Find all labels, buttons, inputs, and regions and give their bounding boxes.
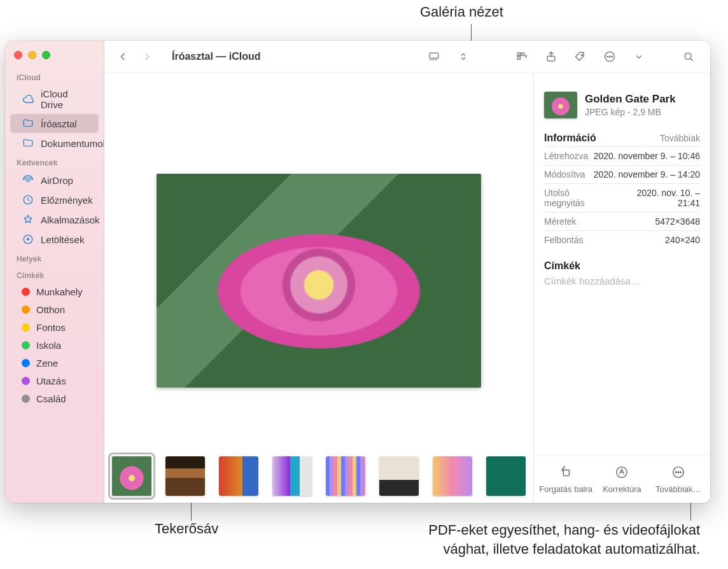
cloud-icon (22, 93, 34, 106)
info-row-value: 2020. november 9. – 14:20 (594, 169, 700, 179)
sidebar-item-label: Dokumentumok (41, 138, 104, 149)
quick-actions: Forgatás balra Korrektúra Továbbiak… (534, 454, 710, 503)
info-row-key: Utolsó megnyitás (544, 188, 612, 208)
share-button[interactable] (542, 48, 560, 66)
thumbnail[interactable] (486, 456, 526, 496)
preview-image[interactable] (157, 174, 481, 388)
sidebar-tag-work[interactable]: Munkahely (10, 283, 99, 300)
callout-text: vághat, illetve feladatokat automatizálh… (443, 541, 700, 557)
folder-icon (22, 137, 34, 150)
info-section-header: Információ Továbbiak (534, 127, 710, 146)
callout-quick-actions: PDF-eket egyesíthet, hang- és videofájlo… (293, 521, 700, 558)
sidebar-item-airdrop[interactable]: AirDrop (10, 171, 99, 190)
rotate-left-icon (556, 463, 575, 482)
download-icon (22, 233, 34, 246)
view-options-stepper[interactable] (454, 48, 472, 66)
info-more-link[interactable]: Továbbiak (660, 133, 700, 143)
svg-point-8 (582, 54, 583, 55)
svg-rect-6 (517, 57, 520, 59)
tags-input[interactable]: Címkék hozzáadása… (544, 276, 700, 286)
tags-button[interactable] (571, 48, 589, 66)
sidebar-item-downloads[interactable]: Letöltések (10, 230, 99, 249)
more-action[interactable]: Továbbiak… (651, 463, 706, 494)
svg-point-13 (685, 53, 691, 59)
chevron-down-icon[interactable] (630, 48, 648, 66)
callout-text: PDF-eket egyesíthet, hang- és videofájlo… (428, 522, 700, 538)
svg-point-0 (27, 179, 30, 182)
sidebar-tag-family[interactable]: Család (10, 390, 99, 407)
rotate-left-action[interactable]: Forgatás balra (538, 463, 593, 494)
markup-action[interactable]: Korrektúra (594, 463, 649, 494)
clock-icon (22, 193, 34, 206)
sidebar-tag-music[interactable]: Zene (10, 355, 99, 372)
thumbnail[interactable] (272, 456, 312, 496)
airdrop-icon (22, 174, 34, 186)
thumbnail[interactable] (433, 456, 472, 496)
tag-dot-icon (22, 323, 30, 332)
sidebar-item-icloud-drive[interactable]: iCloud Drive (10, 85, 99, 113)
tag-dot-icon (22, 341, 30, 349)
sidebar-tag-school[interactable]: Iskola (10, 337, 99, 354)
sidebar-item-label: Letöltések (41, 234, 84, 245)
svg-rect-5 (521, 53, 524, 55)
sidebar-item-recents[interactable]: Előzmények (10, 190, 99, 209)
sidebar: iCloud iCloud Drive Íróasztal Dokumentum… (5, 41, 104, 503)
sidebar-item-documents[interactable]: Dokumentumok (10, 134, 99, 153)
tag-dot-icon (22, 377, 30, 385)
search-button[interactable] (680, 48, 697, 66)
sidebar-tag-important[interactable]: Fontos (10, 319, 99, 336)
info-row-modified: Módosítva 2020. november 9. – 14:20 (544, 165, 700, 183)
finder-window: iCloud iCloud Drive Íróasztal Dokumentum… (5, 41, 710, 503)
thumbnail[interactable] (219, 456, 258, 496)
sidebar-item-label: Család (36, 393, 66, 404)
sidebar-item-label: Utazás (36, 376, 66, 386)
svg-point-16 (673, 467, 684, 478)
info-header: Golden Gate Park JPEG kép - 2,9 MB (534, 73, 710, 127)
thumbnail[interactable] (379, 456, 419, 496)
sidebar-section-locations: Helyek (5, 249, 104, 266)
svg-point-19 (680, 472, 682, 473)
callout-line (191, 502, 192, 521)
back-button[interactable] (113, 48, 132, 66)
thumbnail[interactable] (326, 456, 365, 496)
sidebar-item-applications[interactable]: Alkalmazások (10, 210, 99, 229)
zoom-button[interactable] (42, 51, 50, 59)
info-row-resolution: Felbontás 240×240 (544, 230, 700, 249)
sidebar-item-label: Alkalmazások (41, 214, 100, 225)
file-title: Golden Gate Park (585, 93, 676, 106)
sidebar-item-label: Fontos (36, 322, 66, 333)
more-icon (669, 463, 688, 482)
info-row-key: Méretek (544, 216, 577, 227)
info-rows: Létrehozva 2020. november 9. – 10:46 Mód… (534, 146, 710, 249)
tag-dot-icon (22, 359, 30, 367)
thumbnail[interactable] (112, 456, 151, 496)
sidebar-item-label: iCloud Drive (41, 88, 90, 110)
sidebar-tag-travel[interactable]: Utazás (10, 372, 99, 390)
sidebar-section-tags: Címkék (5, 266, 104, 283)
info-row-value: 2020. nov. 10. – 21:41 (612, 188, 700, 208)
info-row-value: 5472×3648 (655, 216, 700, 227)
svg-rect-3 (430, 53, 438, 58)
tag-dot-icon (22, 306, 30, 314)
sidebar-item-label: Íróasztal (41, 118, 77, 129)
thumbnail-strip[interactable] (104, 452, 533, 503)
info-row-lastopened: Utolsó megnyitás 2020. nov. 10. – 21:41 (544, 183, 700, 212)
main-area: Íróasztal — iCloud (104, 41, 710, 503)
thumbnail[interactable] (165, 456, 205, 496)
close-button[interactable] (14, 51, 22, 59)
sidebar-tag-home[interactable]: Otthon (10, 301, 99, 318)
svg-rect-14 (563, 470, 569, 475)
minimize-button[interactable] (28, 51, 36, 59)
gallery-view-button[interactable] (425, 48, 443, 66)
more-actions-button[interactable] (601, 48, 619, 66)
applications-icon (22, 213, 34, 226)
callout-gallery-view: Galéria nézet (420, 4, 503, 20)
svg-point-9 (605, 52, 615, 61)
sidebar-item-desktop[interactable]: Íróasztal (10, 114, 99, 133)
group-by-button[interactable] (513, 48, 531, 66)
info-row-key: Felbontás (544, 235, 583, 245)
info-row-key: Létrehozva (544, 151, 588, 161)
sidebar-item-label: Otthon (36, 304, 65, 315)
forward-button[interactable] (137, 48, 157, 66)
svg-point-11 (609, 56, 610, 57)
